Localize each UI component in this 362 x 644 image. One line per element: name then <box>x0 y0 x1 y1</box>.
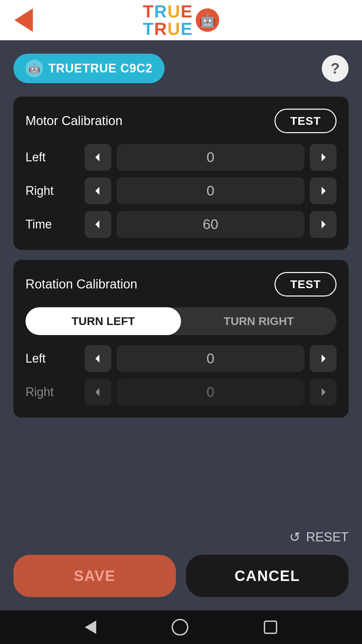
logo-t2: T <box>143 20 154 38</box>
bottom-area: ↺ RESET SAVE CANCEL <box>0 529 362 610</box>
logo-u1: U <box>168 3 181 20</box>
svg-marker-2 <box>96 187 100 195</box>
motor-right-value: 0 <box>117 177 304 204</box>
motor-left-label: Left <box>25 150 79 164</box>
svg-marker-4 <box>96 220 100 228</box>
chevron-right-icon <box>317 386 329 398</box>
logo-robot-icon: 🤖 <box>196 8 219 32</box>
motor-right-decrease-button[interactable] <box>84 177 111 204</box>
rotation-right-increase-button[interactable] <box>310 379 337 406</box>
motor-left-value: 0 <box>117 144 304 171</box>
rotation-toggle-row: TURN LEFT TURN RIGHT <box>25 307 337 335</box>
chevron-right-icon <box>317 218 329 230</box>
motor-left-increase-button[interactable] <box>310 144 337 171</box>
motor-right-increase-button[interactable] <box>310 177 337 204</box>
logo-u2: U <box>168 20 181 38</box>
save-button[interactable]: SAVE <box>13 555 176 597</box>
rotation-right-row: Right 0 <box>25 379 337 406</box>
device-row: 🤖 TRUETRUE C9C2 ? <box>13 54 349 83</box>
cancel-button[interactable]: CANCEL <box>186 555 349 597</box>
help-icon: ? <box>331 60 340 77</box>
svg-marker-8 <box>96 388 100 396</box>
back-arrow-icon <box>14 8 33 32</box>
logo-r2: R <box>154 20 168 38</box>
rotation-right-label: Right <box>25 385 79 399</box>
system-recent-icon[interactable] <box>264 621 277 634</box>
logo-e2: E <box>181 20 193 38</box>
main-content: 🤖 TRUETRUE C9C2 ? Motor Calibration TEST… <box>0 40 362 529</box>
rotation-card-header: Rotation Calibration TEST <box>25 272 337 297</box>
chevron-left-icon <box>92 386 104 398</box>
svg-marker-5 <box>322 220 326 228</box>
motor-right-label: Right <box>25 184 79 198</box>
svg-marker-0 <box>96 153 100 161</box>
device-badge: 🤖 TRUETRUE C9C2 <box>13 54 165 83</box>
system-back-icon[interactable] <box>85 621 96 634</box>
rotation-right-decrease-button[interactable] <box>84 379 111 406</box>
motor-time-increase-button[interactable] <box>310 211 337 238</box>
motor-left-decrease-button[interactable] <box>84 144 111 171</box>
back-button[interactable] <box>10 7 37 34</box>
chevron-right-icon <box>317 353 329 365</box>
rotation-left-row: Left 0 <box>25 345 337 372</box>
rotation-left-decrease-button[interactable] <box>84 345 111 372</box>
help-button[interactable]: ? <box>322 55 349 82</box>
header: T R U E T R U E 🤖 <box>0 0 362 40</box>
action-row: SAVE CANCEL <box>13 555 349 597</box>
motor-right-row: Right 0 <box>25 177 337 204</box>
logo-r1: R <box>154 3 168 20</box>
rotation-left-label: Left <box>25 352 79 366</box>
rotation-card-title: Rotation Calibration <box>25 277 137 291</box>
device-name: TRUETRUE C9C2 <box>48 61 153 75</box>
turn-left-button[interactable]: TURN LEFT <box>25 307 181 335</box>
motor-card-title: Motor Calibration <box>25 114 122 128</box>
device-robot-icon: 🤖 <box>25 60 43 77</box>
turn-right-button[interactable]: TURN RIGHT <box>181 307 337 335</box>
reset-label[interactable]: RESET <box>306 530 349 544</box>
svg-marker-9 <box>322 388 326 396</box>
motor-time-value: 60 <box>117 211 304 238</box>
svg-marker-3 <box>322 187 326 195</box>
logo-t1: T <box>143 3 154 20</box>
logo: T R U E T R U E 🤖 <box>143 3 219 38</box>
rotation-left-increase-button[interactable] <box>310 345 337 372</box>
motor-time-decrease-button[interactable] <box>84 211 111 238</box>
system-nav-bar <box>0 610 362 644</box>
reset-row: ↺ RESET <box>13 529 349 545</box>
chevron-left-icon <box>92 218 104 230</box>
logo-e1: E <box>181 3 193 20</box>
chevron-left-icon <box>92 151 104 163</box>
svg-marker-6 <box>96 355 100 363</box>
svg-marker-7 <box>322 355 326 363</box>
chevron-left-icon <box>92 353 104 365</box>
rotation-calibration-card: Rotation Calibration TEST TURN LEFT TURN… <box>13 260 349 418</box>
rotation-left-value: 0 <box>117 345 304 372</box>
chevron-right-icon <box>317 151 329 163</box>
chevron-left-icon <box>92 185 104 197</box>
rotation-right-value: 0 <box>117 379 304 406</box>
chevron-right-icon <box>317 185 329 197</box>
motor-time-row: Time 60 <box>25 211 337 238</box>
system-home-icon[interactable] <box>172 619 188 636</box>
motor-calibration-card: Motor Calibration TEST Left 0 Right 0 <box>13 97 349 250</box>
motor-left-row: Left 0 <box>25 144 337 171</box>
rotation-test-button[interactable]: TEST <box>275 272 337 297</box>
reset-icon: ↺ <box>289 529 301 545</box>
svg-marker-1 <box>322 153 326 161</box>
motor-card-header: Motor Calibration TEST <box>25 109 337 133</box>
motor-time-label: Time <box>25 217 79 231</box>
motor-test-button[interactable]: TEST <box>275 109 337 133</box>
